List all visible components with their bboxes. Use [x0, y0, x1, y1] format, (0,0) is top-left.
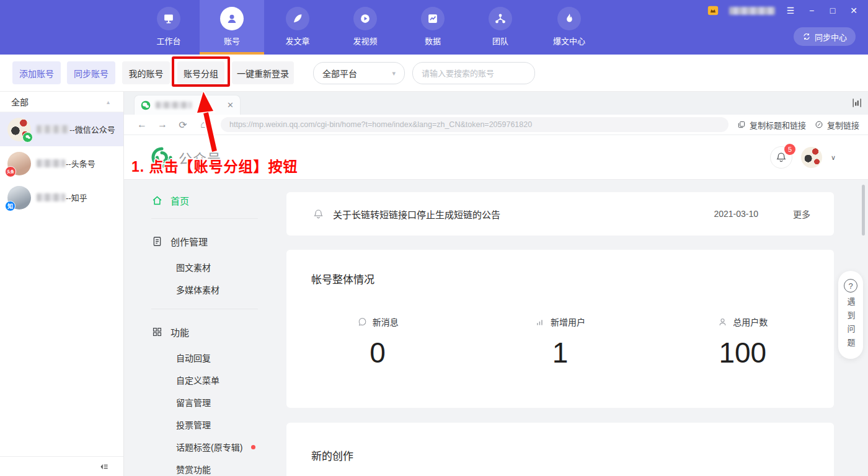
- home-icon[interactable]: ⌂: [198, 119, 209, 130]
- nav-tab-account[interactable]: 账号: [200, 0, 264, 55]
- url-bar[interactable]: https://mp.weixin.qq.com/cgi-bin/home?t=…: [221, 117, 728, 132]
- menu-item-votes[interactable]: 投票管理: [176, 418, 211, 431]
- browser-tab[interactable]: ✕: [134, 95, 241, 115]
- caret-down-icon: ▾: [392, 69, 396, 77]
- notification-bell-button[interactable]: 5: [770, 146, 792, 169]
- menu-item-topics[interactable]: 话题标签(原专辑): [176, 440, 255, 454]
- nav-tab-publish-video[interactable]: 发视频: [331, 0, 399, 55]
- back-icon[interactable]: ←: [136, 119, 148, 130]
- menu-item-comments[interactable]: 留言管理: [176, 395, 211, 409]
- main-nav-tabs: 工作台 账号 发文章 发视频: [138, 0, 604, 55]
- link-icon: [815, 120, 823, 129]
- tab-close-icon[interactable]: ✕: [227, 100, 234, 110]
- new-creation-card: 新的创作: [286, 423, 834, 476]
- toutiao-badge: 头条: [5, 166, 16, 177]
- wechat-page-header: 公众号 5 ∨: [124, 135, 868, 180]
- maximize-icon[interactable]: □: [827, 6, 838, 15]
- reload-icon[interactable]: ⟳: [177, 119, 188, 131]
- account-search-input[interactable]: [422, 69, 531, 78]
- stat-value: 100: [719, 336, 766, 369]
- nav-tab-hot-center[interactable]: 爆文中心: [534, 0, 604, 55]
- overview-title: 帐号整体情况: [311, 271, 374, 286]
- forward-icon[interactable]: →: [157, 119, 168, 130]
- tab-title-masked: [156, 102, 192, 108]
- account-name-masked: [37, 193, 65, 201]
- account-item-wechat[interactable]: --微信公众号: [0, 112, 123, 146]
- home-outline-icon: [151, 195, 163, 206]
- menu-section-creation[interactable]: 创作管理: [151, 234, 208, 248]
- menu-item-autoreply[interactable]: 自动回复: [176, 351, 211, 364]
- page-header-right: 5 ∨: [770, 146, 836, 169]
- menu-divider: [151, 218, 258, 219]
- message-icon: [357, 317, 368, 327]
- scrollbar-thumb[interactable]: [862, 185, 865, 236]
- question-icon: ?: [844, 279, 857, 293]
- brand-title: 公众号: [179, 148, 221, 167]
- announcement-more-link[interactable]: 更多: [793, 208, 810, 220]
- collapse-sidebar-icon[interactable]: [99, 462, 110, 472]
- profile-avatar[interactable]: [801, 147, 822, 168]
- menu-section-functions[interactable]: 功能: [151, 325, 189, 338]
- account-item-zhihu[interactable]: 知 --知乎: [0, 180, 123, 214]
- menu-item-reward[interactable]: 赞赏功能: [176, 462, 211, 476]
- help-float-button[interactable]: ? 遇到问题: [838, 271, 863, 359]
- account-toolbar: 添加账号 同步账号 我的账号 账号分组 一键重新登录 全部平台 ▾: [0, 55, 868, 92]
- stat-total-users: 总用户数 100: [652, 315, 834, 369]
- stat-value: 1: [552, 336, 569, 369]
- account-item-toutiao[interactable]: 头条 --头条号: [0, 146, 123, 180]
- avatar: 头条: [7, 152, 31, 175]
- vip-crown-icon: [707, 5, 719, 16]
- workbench-icon: [157, 7, 180, 30]
- account-name-masked: [37, 125, 69, 133]
- help-label: 遇到问题: [845, 298, 857, 352]
- top-nav-bar: 工作台 账号 发文章 发视频: [0, 0, 868, 55]
- app-menu-icon[interactable]: ☰: [785, 6, 796, 15]
- account-group-button[interactable]: 账号分组: [177, 61, 224, 84]
- browser-nav-bar: ← → ⟳ ⌂ https://mp.weixin.qq.com/cgi-bin…: [124, 115, 868, 135]
- stat-value: 0: [370, 336, 386, 369]
- team-icon: [489, 7, 512, 30]
- user-icon: [717, 317, 728, 327]
- nav-tab-workbench[interactable]: 工作台: [138, 0, 200, 55]
- refresh-icon: [802, 32, 811, 41]
- publish-video-icon: [353, 7, 377, 30]
- sync-center-button[interactable]: 同步中心: [794, 27, 856, 46]
- app-window: 工作台 账号 发文章 发视频: [0, 0, 868, 476]
- nav-tab-data[interactable]: 数据: [399, 0, 466, 55]
- nav-tab-publish-article[interactable]: 发文章: [264, 0, 331, 55]
- chevron-down-icon[interactable]: ∨: [831, 154, 836, 162]
- copy-link-button[interactable]: 复制链接: [815, 119, 859, 131]
- account-overview-card: 帐号整体情况 新消息 0 新增用户 1: [286, 250, 834, 408]
- copy-icon: [737, 120, 746, 129]
- wechat-badge-icon: [22, 132, 33, 143]
- new-creation-title: 新的创作: [311, 447, 353, 463]
- announcement-card: 关于长链转短链接口停止生成短链的公告 2021-03-10 更多: [286, 192, 834, 236]
- close-icon[interactable]: ✕: [848, 6, 859, 15]
- avatar: [7, 118, 31, 141]
- window-titlebar: ☰ − □ ✕: [707, 5, 859, 16]
- zhihu-badge: 知: [5, 201, 16, 211]
- stat-new-messages: 新消息 0: [286, 315, 469, 369]
- add-account-button[interactable]: 添加账号: [12, 61, 61, 84]
- account-search-box: [412, 62, 535, 84]
- tab-stats-icon[interactable]: [851, 97, 863, 109]
- wechat-page-content: 首页 创作管理 图文素材 多媒体素材 功能 自动回复 自定义菜单 留言管理 投票…: [124, 180, 868, 476]
- nav-tab-team[interactable]: 团队: [466, 0, 534, 55]
- menu-item-custommenu[interactable]: 自定义菜单: [176, 373, 219, 387]
- menu-item-multimedia[interactable]: 多媒体素材: [176, 283, 219, 296]
- menu-item-imagetext[interactable]: 图文素材: [176, 260, 211, 274]
- overview-stats-row: 新消息 0 新增用户 1 总用户数: [286, 315, 834, 369]
- my-account-button[interactable]: 我的账号: [122, 61, 170, 84]
- account-group-header[interactable]: 全部 ▴: [0, 92, 123, 112]
- embedded-browser: ✕ ← → ⟳ ⌂ https://mp.weixin.qq.com/cgi-b…: [124, 92, 868, 476]
- copy-title-link-button[interactable]: 复制标题和链接: [737, 119, 806, 131]
- minimize-icon[interactable]: −: [806, 6, 817, 15]
- relogin-button[interactable]: 一键重新登录: [232, 61, 294, 84]
- announcement-text[interactable]: 关于长链转短链接口停止生成短链的公告: [333, 208, 500, 221]
- platform-filter-select[interactable]: 全部平台 ▾: [313, 62, 405, 84]
- document-icon: [151, 236, 163, 247]
- sync-account-button[interactable]: 同步账号: [67, 61, 115, 84]
- account-list-sidebar: 全部 ▴ --微信公众号 头条 --头条号 知 --知乎: [0, 92, 124, 476]
- wechat-mp-logo: [151, 147, 172, 168]
- menu-item-home[interactable]: 首页: [151, 193, 189, 207]
